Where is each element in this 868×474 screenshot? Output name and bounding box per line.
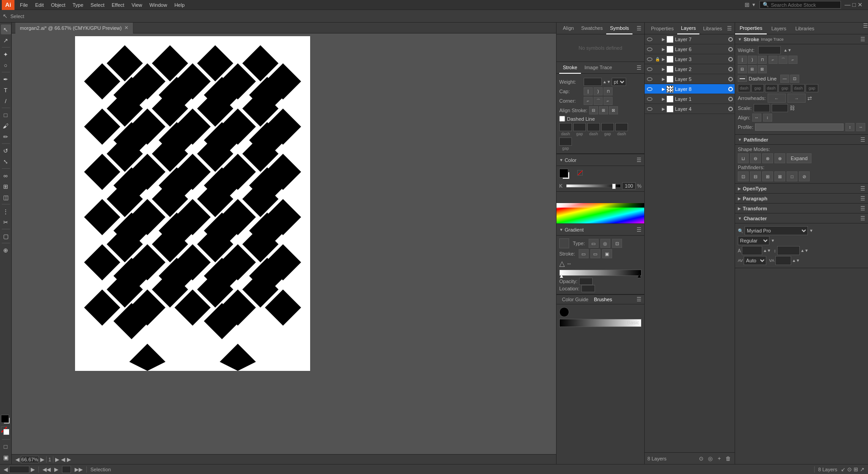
tab-layers-props[interactable]: Layers (767, 23, 791, 34)
props-cap-butt[interactable]: | (738, 56, 747, 64)
layer-2-visibility[interactable] (646, 66, 653, 72)
layer-8-visibility[interactable] (646, 86, 653, 92)
menu-file[interactable]: File (16, 1, 32, 9)
props-align-outside[interactable]: ⊠ (758, 65, 767, 73)
status-prev-button[interactable]: ◀◀ (42, 466, 51, 473)
opentype-menu-icon[interactable]: ☰ (860, 185, 865, 192)
props-arrowhead-end[interactable]: → (788, 94, 806, 103)
transform-menu-icon[interactable]: ☰ (860, 205, 865, 212)
props-corner-miter[interactable]: ⌐ (769, 56, 778, 64)
panel-menu-icon[interactable]: ☰ (637, 25, 642, 32)
gradient-expand-icon[interactable]: ▼ (559, 228, 563, 232)
k-value-input[interactable] (622, 182, 636, 190)
gap1-input[interactable] (573, 123, 586, 131)
dashed-line-checkbox[interactable] (559, 116, 565, 122)
paragraph-section-header[interactable]: ▶ Paragraph ☰ (735, 194, 868, 204)
tool-paintbrush[interactable]: 🖌 (1, 121, 11, 131)
props-align-inside[interactable]: ⊞ (748, 65, 757, 73)
tool-select[interactable]: ↖ (1, 24, 11, 34)
props-dash-style1[interactable]: — (780, 75, 789, 83)
zoom-control[interactable]: ◀ ▶ (15, 456, 44, 463)
props-gap2-input[interactable] (778, 84, 791, 92)
font-search-icon[interactable]: 🔍 (738, 228, 743, 233)
layer-item-6[interactable]: ▶ Layer 6 (645, 44, 735, 54)
props-align-arrows-btn1[interactable]: ↔ (752, 114, 761, 122)
tool-lasso[interactable]: ○ (1, 60, 11, 70)
props-arrowhead-start[interactable]: ← (768, 94, 786, 103)
props-dash-style2[interactable]: ⊡ (790, 75, 799, 83)
play-button[interactable]: ▶ (55, 456, 59, 463)
props-profile-flip-h[interactable]: ↔ (856, 123, 865, 131)
character-menu-icon[interactable]: ☰ (860, 215, 865, 222)
props-gap1-input[interactable] (751, 84, 764, 92)
delete-layer-button[interactable]: 🗑 (725, 455, 732, 462)
props-align-arrows-btn2[interactable]: ↕ (763, 114, 772, 122)
pathfinder-section-header[interactable]: ▼ Pathfinder ☰ (735, 135, 868, 145)
leading-arrows[interactable]: ▲▼ (801, 248, 809, 253)
props-gap3-input[interactable] (806, 84, 818, 92)
close-tab-icon[interactable]: ✕ (124, 25, 128, 31)
add-layer-button[interactable]: + (716, 455, 723, 462)
gradient-stop-right[interactable] (637, 275, 641, 278)
color-panel-expand-icon[interactable]: ▼ (559, 158, 563, 162)
tab-layers[interactable]: Layers (677, 23, 699, 34)
stroke-section-menu-icon[interactable]: ☰ (860, 36, 865, 43)
menu-edit[interactable]: Edit (32, 1, 47, 9)
menu-help[interactable]: Help (171, 1, 189, 9)
make-clipping-mask-button[interactable]: ⊙ (698, 455, 705, 462)
menu-object[interactable]: Object (47, 1, 69, 9)
layer-item-5[interactable]: ▶ Layer 5 (645, 74, 735, 84)
align-outside-button[interactable]: ⊠ (609, 106, 618, 114)
tool-zoom[interactable]: ⊕ (1, 245, 11, 255)
props-profile-flip-v[interactable]: ↕ (845, 123, 854, 131)
none-gradient-swatches[interactable] (577, 170, 587, 180)
gradient-menu-icon[interactable]: ☰ (637, 227, 642, 233)
color-menu-icon[interactable]: ☰ (637, 157, 642, 163)
k-slider-track[interactable] (566, 184, 621, 188)
search-stock-bar[interactable]: 🔍 (760, 1, 841, 9)
locate-object-button[interactable]: ◎ (707, 455, 714, 462)
align-inside-button[interactable]: ⊞ (599, 106, 608, 114)
layer-item-7[interactable]: ▶ Layer 7 (645, 34, 735, 44)
gradient-radial-button[interactable]: ◎ (600, 239, 610, 248)
color-spectrum-bar[interactable] (557, 203, 644, 223)
props-dash3-input[interactable] (792, 84, 805, 92)
close-icon[interactable]: ✕ (858, 1, 863, 8)
tracking-select[interactable]: Auto (744, 256, 766, 265)
dash1-input[interactable] (559, 123, 572, 131)
props-cap-square[interactable]: ⊓ (758, 56, 767, 64)
fill-color-swatch[interactable] (559, 169, 568, 178)
props-menu-icon[interactable]: ☰ (863, 23, 868, 34)
layer-item-3[interactable]: 🔒 ▶ Layer 3 (645, 54, 735, 64)
arrange-icon[interactable]: ⊞ (745, 1, 750, 8)
status-zoom-in-button[interactable]: ▶ (31, 466, 35, 473)
unite-button[interactable]: ⊔ (738, 153, 749, 163)
props-dashed-checkbox[interactable] (738, 76, 747, 82)
tab-stroke[interactable]: Stroke (559, 62, 581, 74)
stroke-weight-control[interactable]: ▲▼ pt (584, 78, 626, 86)
gradient-location-input[interactable] (581, 285, 595, 292)
layer-7-visibility[interactable] (646, 36, 653, 43)
status-icon3[interactable]: ⊞ (854, 466, 858, 473)
fill-stroke-swatches[interactable] (1, 415, 11, 425)
gap2-input[interactable] (601, 123, 614, 131)
pathfinder-menu-icon[interactable]: ☰ (860, 137, 865, 143)
character-section-header[interactable]: ▼ Character ☰ (735, 213, 868, 223)
zoom-out-button[interactable]: ◀ (15, 456, 19, 463)
tool-gradient[interactable]: ◫ (1, 192, 11, 202)
gradient-stroke-btn2[interactable]: ▭ (590, 249, 600, 258)
layer-4-expand-icon[interactable]: ▶ (662, 107, 665, 111)
gradient-stop-left[interactable] (560, 275, 563, 278)
gradient-linear-button[interactable]: ▭ (589, 239, 599, 248)
tab-image-trace[interactable]: Image Trace (581, 62, 616, 74)
layer-5-lock[interactable] (654, 76, 660, 82)
stroke-weight-input[interactable] (584, 78, 602, 86)
cap-round-button[interactable]: ) (594, 87, 603, 95)
status-zoom-out-button[interactable]: ◀ (4, 466, 8, 473)
arrange-down-icon[interactable]: ▼ (751, 2, 756, 7)
gradient-angle-icon[interactable]: △ (559, 259, 565, 268)
status-play-button[interactable]: ▶ (54, 466, 58, 473)
gradient-stroke-btn3[interactable]: ▣ (602, 249, 612, 258)
minus-back-button[interactable]: ⊘ (799, 171, 810, 181)
props-scale-v2-input[interactable]: 100% (772, 104, 788, 112)
